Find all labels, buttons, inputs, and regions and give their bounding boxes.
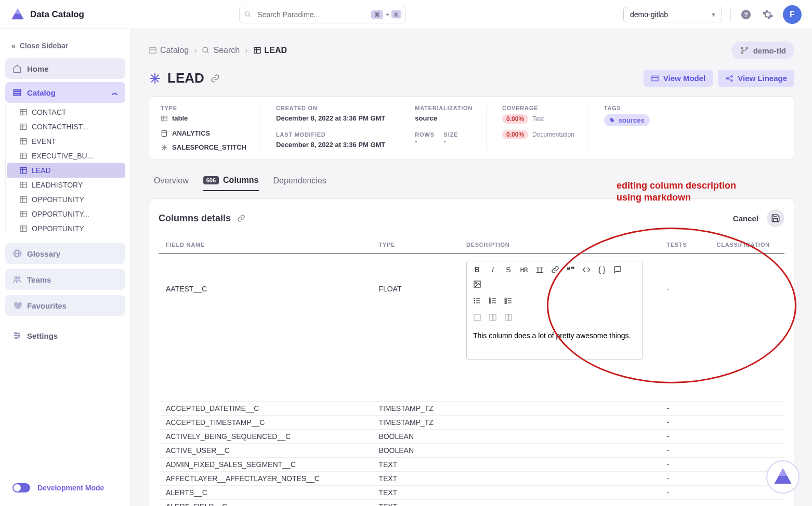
breadcrumb-current: LEAD	[253, 46, 287, 55]
sidebar-item-favourites[interactable]: Favourites	[5, 295, 125, 316]
bold-icon[interactable]: B	[470, 263, 484, 276]
app-logo[interactable]: Data Catalog	[10, 7, 84, 22]
tree-item-label: OPPORTUNITY...	[32, 210, 89, 218]
tree-item[interactable]: CONTACT	[7, 105, 125, 119]
catalog-icon	[149, 46, 157, 55]
svg-point-54	[746, 47, 748, 49]
svg-point-57	[726, 77, 728, 79]
tree-item[interactable]: EXECUTIVE_BU...	[7, 149, 125, 163]
tree-item-label: LEADHISTORY	[32, 181, 83, 189]
description-textarea[interactable]	[467, 326, 643, 357]
tree-item[interactable]: EVENT	[7, 134, 125, 149]
svg-point-47	[203, 47, 207, 52]
table-row: ACCEPTED_TIMESTAMP__CTIMESTAMP_TZ-	[159, 416, 784, 430]
sidebar-item-home[interactable]: Home	[5, 58, 125, 79]
code-icon[interactable]	[579, 263, 594, 276]
link-icon[interactable]	[237, 214, 245, 222]
svg-rect-84	[474, 314, 480, 321]
col-right-icon[interactable]	[501, 311, 516, 324]
svg-line-48	[207, 51, 208, 53]
schema-icon	[161, 144, 168, 151]
avatar[interactable]: F	[783, 5, 802, 24]
globe-icon	[12, 249, 22, 258]
svg-rect-45	[150, 48, 156, 54]
cancel-button[interactable]: Cancel	[733, 214, 758, 223]
help-icon[interactable]: ?	[739, 8, 753, 21]
svg-rect-88	[509, 314, 512, 321]
sidebar-item-glossary[interactable]: Glossary	[5, 243, 125, 264]
table-icon	[253, 46, 261, 55]
tree-item[interactable]: OPPORTUNITY	[7, 221, 125, 234]
tree-item[interactable]: LEAD	[7, 163, 125, 178]
save-button[interactable]	[767, 209, 784, 227]
svg-rect-87	[505, 314, 508, 321]
table-row: ALERT_FIELD__CTEXT-	[159, 500, 784, 507]
sidebar-item-settings[interactable]: Settings	[5, 325, 125, 346]
tree-item-label: CONTACT	[32, 108, 67, 116]
tree-item[interactable]: OPPORTUNITY	[7, 192, 125, 207]
svg-rect-16	[20, 153, 27, 159]
table-icon	[161, 115, 168, 122]
sidebar-item-catalog[interactable]: Catalog ︽	[5, 82, 125, 103]
table-icon	[19, 224, 28, 233]
col-tests: TESTS	[659, 236, 709, 254]
table-icon	[19, 181, 28, 189]
braces-icon[interactable]: { }	[595, 263, 609, 276]
search-icon	[244, 11, 252, 18]
svg-point-0	[245, 11, 250, 16]
table-icon	[19, 137, 28, 145]
ul-icon[interactable]	[470, 295, 484, 307]
image-tool-icon[interactable]	[470, 278, 484, 290]
tree-item[interactable]: OPPORTUNITY...	[7, 207, 125, 221]
logo-icon	[772, 467, 793, 487]
env-pill[interactable]: demo-tld	[731, 42, 794, 59]
markdown-editor[interactable]: B I S HR TT ❝❞ { }	[466, 261, 643, 359]
svg-point-53	[741, 52, 743, 54]
snowflake-icon	[149, 72, 161, 85]
col-field: FIELD NAME	[159, 236, 371, 254]
users-icon	[12, 275, 22, 284]
ol-icon[interactable]: 123	[486, 295, 500, 307]
meta-card: TYPE table ANALYTICS SALESFORCE_STITCH	[149, 96, 794, 160]
italic-icon[interactable]: I	[486, 263, 500, 276]
view-lineage-button[interactable]: View Lineage	[718, 70, 794, 87]
dev-mode-toggle[interactable]: Development Mode	[5, 477, 125, 499]
quote-icon[interactable]: ❝❞	[564, 263, 578, 276]
table-row: ACCEPTED_DATETIME__CTIMESTAMP_TZ-	[159, 402, 784, 416]
hr-icon[interactable]: HR	[517, 263, 531, 276]
checklist-icon[interactable]	[501, 295, 516, 307]
close-sidebar-button[interactable]: « Close Sidebar	[5, 36, 125, 55]
workspace-select[interactable]: demo-gitlab ▼	[623, 7, 722, 22]
tab-columns[interactable]: 606 Columns	[203, 170, 259, 191]
svg-rect-13	[20, 139, 27, 144]
breadcrumb-catalog[interactable]: Catalog	[149, 46, 189, 55]
columns-title: Columns details	[159, 213, 231, 224]
heading-icon[interactable]: TT	[532, 263, 547, 276]
gear-icon[interactable]	[761, 8, 775, 21]
table-row: ACTIVELY_BEING_SEQUENCED__CBOOLEAN-	[159, 430, 784, 444]
svg-point-70	[474, 300, 475, 301]
sidebar-item-teams[interactable]: Teams	[5, 269, 125, 290]
tab-dependencies[interactable]: Dependencies	[273, 170, 326, 191]
launcher-button[interactable]	[766, 460, 800, 494]
tag-sources[interactable]: sources	[604, 114, 650, 126]
tree-item[interactable]: CONTACTHIST...	[7, 119, 125, 134]
table-insert-icon[interactable]	[470, 311, 484, 324]
home-icon	[12, 64, 22, 73]
breadcrumb-search[interactable]: Search	[202, 46, 240, 55]
tree-item[interactable]: LEADHISTORY	[7, 178, 125, 192]
comment-icon[interactable]	[610, 263, 625, 276]
strike-icon[interactable]: S	[501, 263, 516, 276]
svg-rect-86	[493, 314, 496, 321]
col-left-icon[interactable]	[486, 311, 500, 324]
link-icon[interactable]	[211, 74, 220, 83]
link-tool-icon[interactable]	[548, 263, 562, 276]
svg-rect-82	[505, 300, 506, 302]
tab-overview[interactable]: Overview	[154, 170, 189, 191]
svg-point-44	[16, 337, 17, 339]
logo-icon	[10, 7, 25, 22]
view-model-button[interactable]: View Model	[644, 70, 713, 87]
columns-card: Columns details Cancel FIELD NAME	[149, 198, 794, 506]
col-desc: DESCRIPTION	[459, 236, 659, 254]
svg-point-65	[476, 283, 477, 284]
